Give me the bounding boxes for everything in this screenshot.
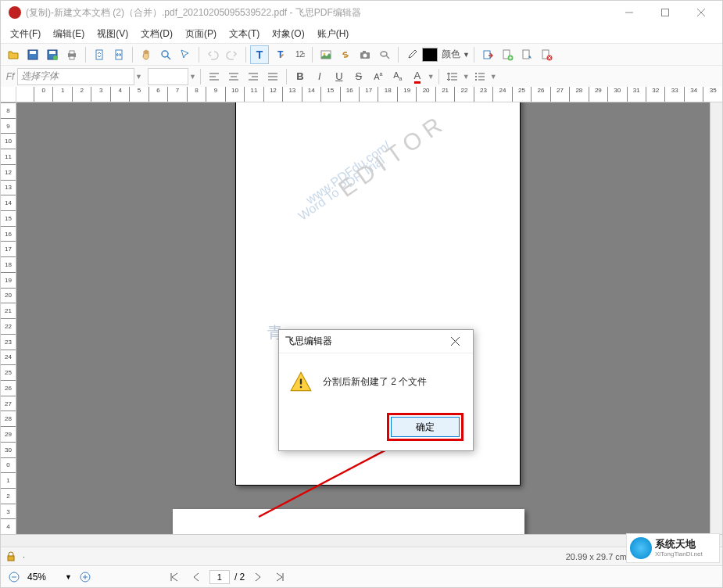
select-tool-button[interactable]: [176, 45, 195, 64]
line-spacing-button[interactable]: [443, 67, 462, 86]
horizontal-scrollbar[interactable]: [16, 535, 722, 547]
text-tool-button[interactable]: T: [250, 45, 269, 64]
bold-button[interactable]: B: [291, 67, 310, 86]
text-spacing-button[interactable]: 123: [289, 45, 308, 64]
menu-document[interactable]: 文档(D): [134, 25, 179, 43]
maximize-button[interactable]: [647, 1, 683, 24]
menu-object[interactable]: 对象(O): [266, 25, 310, 43]
next-page-button[interactable]: [249, 568, 267, 586]
document-canvas[interactable]: www.PDFdu.com/ Word To PDF Trial EDITOR …: [16, 102, 710, 534]
font-size-select[interactable]: [148, 68, 188, 85]
fit-width-button[interactable]: [109, 45, 128, 64]
align-center-button[interactable]: [224, 67, 243, 86]
export-button[interactable]: [478, 45, 497, 64]
svg-rect-12: [96, 50, 102, 59]
svg-rect-25: [363, 51, 366, 53]
redo-button[interactable]: [223, 45, 242, 64]
fit-page-button[interactable]: [90, 45, 109, 64]
titlebar: (复制)-新建文本文档 (2)（合并）.pdf_2021020509553952…: [1, 1, 722, 24]
menu-file[interactable]: 文件(F): [4, 25, 47, 43]
statusbar: · 20.99 x 29.7 cm 预览: [1, 547, 722, 565]
close-button[interactable]: [683, 1, 719, 24]
svg-rect-5: [30, 51, 36, 54]
ruler-vertical: 8910111213141516171819202122232425262728…: [1, 102, 16, 534]
strikethrough-button[interactable]: S: [349, 67, 368, 86]
ruler-horizontal: 0123456789101112131415161718192021222324…: [16, 87, 722, 102]
svg-line-27: [386, 56, 389, 59]
hand-tool-button[interactable]: [137, 45, 156, 64]
color-swatch[interactable]: [422, 48, 438, 62]
svg-text:T: T: [256, 48, 263, 61]
svg-point-8: [53, 56, 58, 60]
subscript-button[interactable]: Aa: [388, 67, 407, 86]
brand-url: XiTongTianDi.net: [655, 550, 703, 558]
menu-text[interactable]: 文本(T): [223, 25, 266, 43]
svg-point-14: [162, 51, 168, 57]
save-button[interactable]: [23, 45, 42, 64]
superscript-button[interactable]: Aa: [369, 67, 388, 86]
dialog-close-button[interactable]: [443, 332, 467, 352]
zoom-out-button[interactable]: [5, 568, 23, 586]
ok-button[interactable]: 确定: [391, 417, 460, 437]
vertical-scrollbar[interactable]: [710, 102, 722, 534]
menu-edit[interactable]: 编辑(E): [47, 25, 91, 43]
menu-page[interactable]: 页面(P): [179, 25, 223, 43]
font-color-button[interactable]: A: [408, 67, 427, 86]
print-button[interactable]: [63, 45, 81, 64]
lock-icon: [5, 551, 16, 562]
font-family-icon: Ff: [4, 71, 16, 82]
dialog-message: 分割后新创建了 2 个文件: [323, 375, 427, 389]
dialog-title: 飞思编辑器: [285, 335, 332, 348]
saveas-button[interactable]: [43, 45, 62, 64]
ok-button-highlight: 确定: [387, 413, 464, 441]
color-label: 颜色: [442, 48, 460, 61]
svg-line-15: [167, 56, 170, 59]
first-page-button[interactable]: [166, 568, 183, 586]
page-number-input[interactable]: [209, 570, 230, 584]
last-page-button[interactable]: [271, 568, 288, 586]
eyedropper-button[interactable]: [403, 45, 421, 64]
link-tool-button[interactable]: [336, 45, 355, 64]
prev-page-button[interactable]: [188, 568, 205, 586]
svg-text:3: 3: [302, 52, 305, 59]
brand-name: 系统天地: [655, 538, 703, 550]
svg-point-55: [475, 76, 477, 77]
svg-rect-62: [8, 556, 14, 561]
navbar: 45% ▼ / 2: [1, 565, 722, 587]
brand-logo-icon: [630, 537, 652, 559]
menubar: 文件(F) 编辑(E) 视图(V) 文档(D) 页面(P) 文本(T) 对象(O…: [1, 24, 722, 43]
undo-button[interactable]: [203, 45, 222, 64]
pdf-page-2: www.PDFdu.com/ Word To PDF Trial T O R: [173, 509, 524, 534]
svg-rect-28: [484, 51, 490, 59]
list-button[interactable]: [471, 67, 489, 86]
search-button[interactable]: [375, 45, 394, 64]
zoom-tool-button[interactable]: [156, 45, 175, 64]
svg-point-56: [475, 79, 477, 81]
svg-point-26: [381, 52, 387, 56]
watermark-big: T O R: [408, 532, 499, 534]
zoom-in-button[interactable]: [77, 568, 94, 586]
menu-account[interactable]: 账户(H): [311, 25, 356, 43]
app-icon: [9, 6, 21, 19]
align-right-button[interactable]: [244, 67, 263, 86]
toolbar-format: Ff 选择字体 ▼ ▼ B I U S Aa Aa A ▼ ▼ ▼: [1, 65, 722, 87]
font-family-select[interactable]: 选择字体: [17, 68, 134, 85]
snapshot-button[interactable]: [356, 45, 374, 64]
add-page-button[interactable]: [498, 45, 517, 64]
svg-rect-7: [49, 51, 55, 54]
menu-view[interactable]: 视图(V): [91, 25, 134, 43]
extract-page-button[interactable]: [517, 45, 536, 64]
text-edit-button[interactable]: T: [270, 45, 288, 64]
svg-rect-11: [70, 56, 74, 59]
page-total: / 2: [234, 572, 245, 583]
italic-button[interactable]: I: [310, 67, 329, 86]
align-justify-button[interactable]: [263, 67, 282, 86]
open-button[interactable]: [4, 45, 23, 64]
minimize-button[interactable]: [611, 1, 647, 24]
delete-page-button[interactable]: [537, 45, 556, 64]
svg-point-24: [363, 53, 367, 57]
align-left-button[interactable]: [205, 67, 224, 86]
page-dimensions: 20.99 x 29.7 cm: [566, 552, 627, 561]
image-tool-button[interactable]: [317, 45, 335, 64]
underline-button[interactable]: U: [330, 67, 349, 86]
